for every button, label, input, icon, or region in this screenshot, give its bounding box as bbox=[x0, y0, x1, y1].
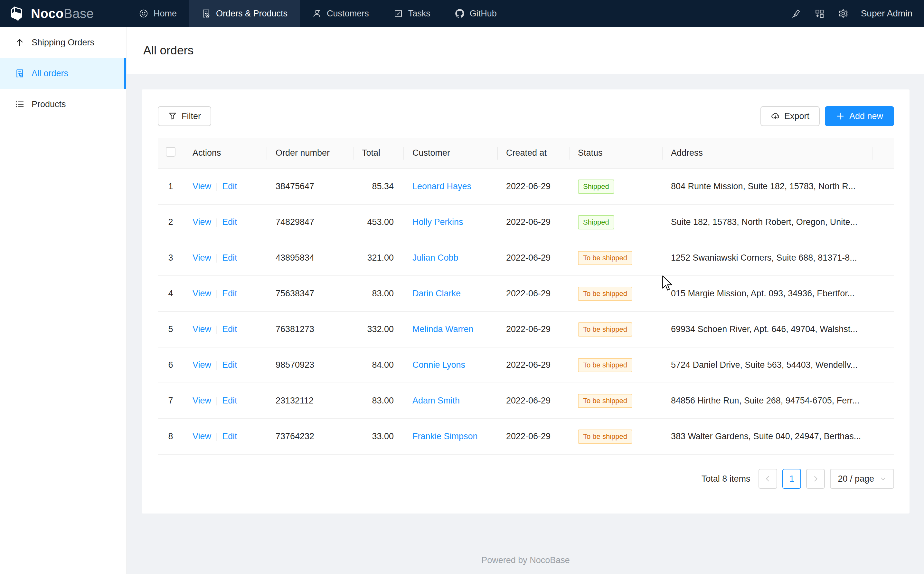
customer-cell: Adam Smith bbox=[403, 383, 497, 419]
sidebar-item-shipping-orders[interactable]: Shipping Orders bbox=[0, 27, 126, 58]
created-at-cell: 2022-06-29 bbox=[497, 240, 569, 276]
previous-page-button[interactable] bbox=[758, 469, 777, 489]
column-header-total: Total bbox=[353, 138, 403, 169]
pagination: Total 8 items 1 20 / page bbox=[158, 469, 894, 489]
customer-link[interactable]: Darin Clarke bbox=[412, 289, 461, 298]
settings-button[interactable] bbox=[831, 0, 855, 27]
customer-link[interactable]: Frankie Simpson bbox=[412, 432, 478, 441]
customer-link[interactable]: Connie Lyons bbox=[412, 360, 465, 370]
view-link[interactable]: View bbox=[193, 253, 211, 263]
column-header-created-at: Created at bbox=[497, 138, 569, 169]
nav-item-home[interactable]: Home bbox=[126, 0, 189, 27]
customer-link[interactable]: Julian Cobb bbox=[412, 253, 458, 263]
add-new-button[interactable]: Add new bbox=[825, 106, 894, 126]
select-all-header bbox=[158, 138, 183, 169]
sidebar-item-all-orders[interactable]: All orders bbox=[0, 58, 126, 89]
customer-link[interactable]: Leonard Hayes bbox=[412, 181, 471, 191]
created-at-cell: 2022-06-29 bbox=[497, 347, 569, 383]
edit-link[interactable]: Edit bbox=[222, 217, 237, 227]
plugin-manager-button[interactable] bbox=[807, 0, 831, 27]
status-badge: Shipped bbox=[578, 180, 614, 194]
view-link[interactable]: View bbox=[193, 432, 211, 441]
page-header: All orders bbox=[126, 27, 924, 74]
spacer-cell bbox=[872, 311, 894, 347]
nav-right: Super Admin bbox=[783, 0, 924, 27]
status-cell: To be shipped bbox=[569, 347, 662, 383]
edit-link[interactable]: Edit bbox=[222, 181, 237, 191]
edit-link[interactable]: Edit bbox=[222, 396, 237, 405]
table-body: 1 ViewEdit 38475647 85.34 Leonard Hayes … bbox=[158, 169, 894, 454]
total-cell: 83.00 bbox=[353, 276, 403, 311]
view-link[interactable]: View bbox=[193, 324, 211, 334]
highlighter-button[interactable] bbox=[783, 0, 807, 27]
spacer-cell bbox=[872, 169, 894, 204]
list-icon bbox=[15, 99, 24, 109]
edit-link[interactable]: Edit bbox=[222, 253, 237, 263]
view-link[interactable]: View bbox=[193, 217, 211, 227]
page-size-select[interactable]: 20 / page bbox=[830, 469, 894, 489]
table-row: 6 ViewEdit 98570923 84.00 Connie Lyons 2… bbox=[158, 347, 894, 383]
status-badge: To be shipped bbox=[578, 322, 632, 337]
nav-item-tasks[interactable]: Tasks bbox=[381, 0, 443, 27]
view-link[interactable]: View bbox=[193, 360, 211, 370]
sidebar-item-label: All orders bbox=[32, 69, 68, 79]
order-number-cell: 98570923 bbox=[267, 347, 353, 383]
chevron-right-icon bbox=[812, 475, 819, 482]
page-size-value: 20 / page bbox=[838, 474, 874, 484]
nav-spacer bbox=[509, 0, 783, 27]
address-cell: 383 Walter Gardens, Suite 040, 24947, Be… bbox=[662, 419, 872, 454]
column-header-customer: Customer bbox=[403, 138, 497, 169]
table-row: 3 ViewEdit 43895834 321.00 Julian Cobb 2… bbox=[158, 240, 894, 276]
customer-link[interactable]: Adam Smith bbox=[412, 396, 460, 405]
export-button[interactable]: Export bbox=[760, 106, 820, 126]
chevron-down-icon bbox=[880, 476, 886, 482]
action-divider bbox=[216, 361, 217, 370]
nav-item-customers[interactable]: Customers bbox=[300, 0, 381, 27]
spacer-cell bbox=[872, 347, 894, 383]
action-divider bbox=[216, 326, 217, 334]
order-number-cell: 43895834 bbox=[267, 240, 353, 276]
sidebar-item-products[interactable]: Products bbox=[0, 89, 126, 120]
customer-link[interactable]: Melinda Warren bbox=[412, 324, 474, 334]
row-index-cell: 8 bbox=[158, 419, 183, 454]
select-all-checkbox[interactable] bbox=[166, 147, 175, 157]
actions-cell: ViewEdit bbox=[183, 347, 267, 383]
gear-icon bbox=[838, 8, 848, 19]
current-page-button[interactable]: 1 bbox=[782, 469, 801, 489]
nav-item-github[interactable]: GitHub bbox=[443, 0, 509, 27]
column-header-order-number: Order number bbox=[267, 138, 353, 169]
actions-cell: ViewEdit bbox=[183, 311, 267, 347]
sidebar: Shipping Orders All orders Products bbox=[0, 27, 126, 574]
footer-text: Powered by NocoBase bbox=[481, 555, 570, 565]
nav-item-orders-products[interactable]: Orders & Products bbox=[189, 0, 300, 27]
total-cell: 453.00 bbox=[353, 204, 403, 240]
address-cell: 804 Runte Mission, Suite 182, 15783, Nor… bbox=[662, 169, 872, 204]
blocks-plus-icon bbox=[814, 8, 824, 19]
total-cell: 33.00 bbox=[353, 419, 403, 454]
edit-link[interactable]: Edit bbox=[222, 289, 237, 298]
row-index: 5 bbox=[168, 324, 173, 334]
customer-link[interactable]: Holly Perkins bbox=[412, 217, 463, 227]
actions-cell: ViewEdit bbox=[183, 169, 267, 204]
created-at-cell: 2022-06-29 bbox=[497, 204, 569, 240]
created-at-cell: 2022-06-29 bbox=[497, 419, 569, 454]
edit-link[interactable]: Edit bbox=[222, 324, 237, 334]
view-link[interactable]: View bbox=[193, 289, 211, 298]
filter-button[interactable]: Filter bbox=[158, 106, 211, 126]
address-cell: 015 Margie Mission, Apt. 093, 34936, Ebe… bbox=[662, 276, 872, 311]
table-header-row: Actions Order number Total Customer Crea… bbox=[158, 138, 894, 169]
spacer-cell bbox=[872, 383, 894, 419]
status-badge: To be shipped bbox=[578, 358, 632, 372]
address-cell: 1252 Swaniawski Corners, Suite 688, 8137… bbox=[662, 240, 872, 276]
view-link[interactable]: View bbox=[193, 181, 211, 191]
nav-item-label: Orders & Products bbox=[216, 9, 287, 19]
edit-link[interactable]: Edit bbox=[222, 360, 237, 370]
logo-cube-icon bbox=[9, 5, 27, 22]
nocobase-logo[interactable]: NocoBase bbox=[0, 0, 126, 27]
next-page-button[interactable] bbox=[806, 469, 825, 489]
view-link[interactable]: View bbox=[193, 396, 211, 405]
edit-link[interactable]: Edit bbox=[222, 432, 237, 441]
created-at-cell: 2022-06-29 bbox=[497, 383, 569, 419]
user-menu[interactable]: Super Admin bbox=[861, 8, 912, 19]
highlighter-icon bbox=[790, 8, 801, 19]
